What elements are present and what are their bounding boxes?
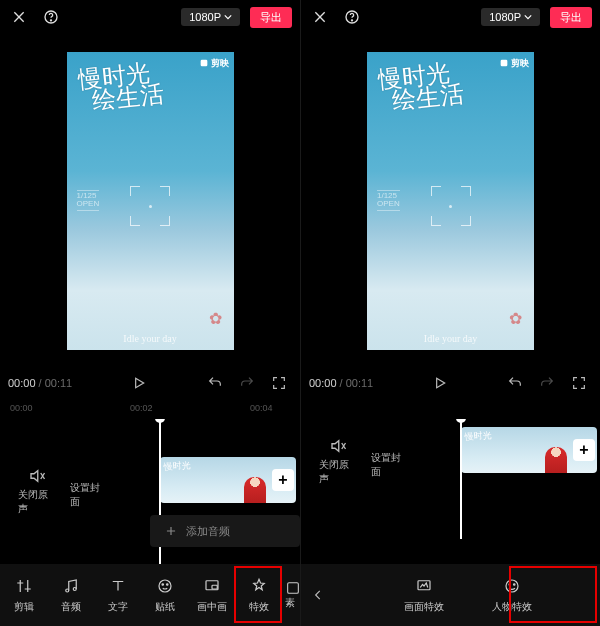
resolution-label: 1080P bbox=[489, 11, 521, 23]
overlay-title: 慢时光 绘生活 bbox=[76, 61, 164, 113]
exposure-overlay: 1/125 OPEN bbox=[377, 190, 400, 212]
tool-edit[interactable]: 剪辑 bbox=[0, 571, 47, 620]
preview-area: 剪映 慢时光 绘生活 1/125 OPEN ✿ Idle your day bbox=[0, 34, 300, 367]
timeline[interactable]: 关闭原声 设置封面 慢时光 + 添加音频 bbox=[0, 419, 300, 564]
mute-toggle[interactable]: 关闭原声 bbox=[319, 437, 357, 486]
tool-pip[interactable]: 画中画 bbox=[188, 571, 235, 620]
svg-rect-2 bbox=[200, 60, 207, 67]
video-clip[interactable]: 慢时光 + bbox=[461, 427, 597, 473]
svg-rect-9 bbox=[212, 585, 217, 589]
help-icon[interactable] bbox=[40, 6, 62, 28]
undo-icon[interactable] bbox=[506, 374, 524, 392]
set-cover-button[interactable]: 设置封面 bbox=[371, 444, 409, 479]
tool-sticker[interactable]: 贴纸 bbox=[141, 571, 188, 620]
svg-point-1 bbox=[50, 20, 51, 21]
resolution-button[interactable]: 1080P bbox=[181, 8, 240, 26]
add-clip-button[interactable]: + bbox=[272, 469, 294, 491]
add-clip-button[interactable]: + bbox=[573, 439, 595, 461]
resolution-label: 1080P bbox=[189, 11, 221, 23]
focus-frame-overlay bbox=[130, 186, 170, 226]
svg-point-17 bbox=[513, 583, 515, 585]
cover-label: 设置封面 bbox=[70, 481, 108, 509]
video-clip[interactable]: 慢时光 + bbox=[160, 457, 296, 503]
signature-overlay: Idle your day bbox=[67, 333, 234, 344]
export-button[interactable]: 导出 bbox=[550, 7, 592, 28]
time-display: 00:00 / 00:11 bbox=[8, 377, 72, 389]
mute-label: 关闭原声 bbox=[18, 488, 56, 516]
mute-toggle[interactable]: 关闭原声 bbox=[18, 467, 56, 516]
flower-stamp: ✿ bbox=[509, 309, 522, 328]
tool-audio[interactable]: 音频 bbox=[47, 571, 94, 620]
app-watermark: 剪映 bbox=[499, 57, 529, 70]
undo-icon[interactable] bbox=[206, 374, 224, 392]
play-icon[interactable] bbox=[128, 372, 150, 394]
svg-rect-13 bbox=[501, 60, 508, 67]
svg-point-3 bbox=[65, 589, 68, 592]
svg-point-6 bbox=[162, 583, 164, 585]
flower-stamp: ✿ bbox=[209, 309, 222, 328]
tool-material-partial[interactable]: 素 bbox=[285, 567, 299, 623]
close-icon[interactable] bbox=[8, 6, 30, 28]
chevron-down-icon bbox=[524, 13, 532, 21]
playback-bar: 00:00 / 00:11 bbox=[0, 367, 300, 399]
svg-point-12 bbox=[351, 20, 352, 21]
exposure-overlay: 1/125 OPEN bbox=[77, 190, 100, 212]
fullscreen-icon[interactable] bbox=[270, 374, 288, 392]
resolution-button[interactable]: 1080P bbox=[481, 8, 540, 26]
export-button[interactable]: 导出 bbox=[250, 7, 292, 28]
help-icon[interactable] bbox=[341, 6, 363, 28]
video-canvas[interactable]: 剪映 慢时光 绘生活 1/125 OPEN ✿ Idle your day bbox=[367, 52, 534, 350]
signature-overlay: Idle your day bbox=[367, 333, 534, 344]
timeline[interactable]: 关闭原声 设置封面 慢时光 + bbox=[301, 419, 600, 564]
playback-bar: 00:00 / 00:11 bbox=[301, 367, 600, 399]
svg-rect-10 bbox=[288, 583, 299, 594]
redo-icon[interactable] bbox=[538, 374, 556, 392]
tool-fx[interactable]: 特效 bbox=[235, 571, 282, 620]
svg-point-4 bbox=[73, 587, 76, 590]
set-cover-button[interactable]: 设置封面 bbox=[70, 474, 108, 509]
svg-point-16 bbox=[509, 583, 511, 585]
redo-icon[interactable] bbox=[238, 374, 256, 392]
video-canvas[interactable]: 剪映 慢时光 绘生活 1/125 OPEN ✿ Idle your day bbox=[67, 52, 234, 350]
cover-label: 设置封面 bbox=[371, 451, 409, 479]
top-bar: 1080P 导出 bbox=[0, 0, 300, 34]
add-audio-label: 添加音频 bbox=[186, 524, 230, 539]
focus-frame-overlay bbox=[431, 186, 471, 226]
svg-point-15 bbox=[506, 580, 518, 592]
svg-point-5 bbox=[159, 580, 171, 592]
close-icon[interactable] bbox=[309, 6, 331, 28]
top-bar: 1080P 导出 bbox=[301, 0, 600, 34]
app-watermark: 剪映 bbox=[199, 57, 229, 70]
overlay-title: 慢时光 绘生活 bbox=[377, 61, 465, 113]
bottom-toolbar: 画面特效 人物特效 bbox=[301, 564, 600, 626]
svg-point-7 bbox=[166, 583, 168, 585]
tool-screen-fx[interactable]: 画面特效 bbox=[380, 571, 468, 620]
play-icon[interactable] bbox=[429, 372, 451, 394]
fullscreen-icon[interactable] bbox=[570, 374, 588, 392]
tool-text[interactable]: 文字 bbox=[94, 571, 141, 620]
time-display: 00:00 / 00:11 bbox=[309, 377, 373, 389]
chevron-down-icon bbox=[224, 13, 232, 21]
time-ruler[interactable] bbox=[301, 399, 600, 419]
add-audio-row[interactable]: 添加音频 bbox=[150, 515, 300, 547]
bottom-toolbar: 剪辑 音频 文字 贴纸 画中画 特效 素 bbox=[0, 564, 300, 626]
time-ruler[interactable]: 00:00 00:02 00:04 bbox=[0, 399, 300, 419]
back-icon[interactable] bbox=[301, 588, 335, 602]
preview-area: 剪映 慢时光 绘生活 1/125 OPEN ✿ Idle your day bbox=[301, 34, 600, 367]
playhead[interactable] bbox=[460, 419, 462, 539]
mute-label: 关闭原声 bbox=[319, 458, 357, 486]
tool-person-fx[interactable]: 人物特效 bbox=[468, 571, 556, 620]
